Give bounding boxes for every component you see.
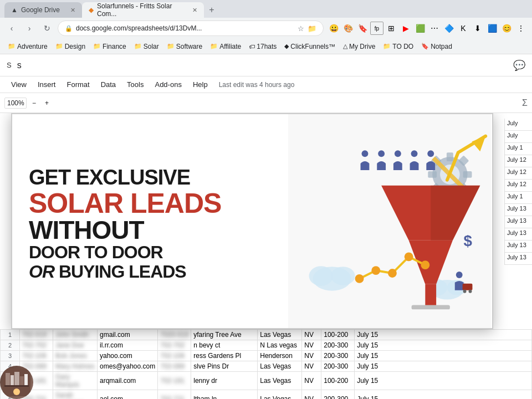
menu-view[interactable]: View [7,78,31,91]
cell-email-2: il.rr.com [98,340,158,351]
menu-addons[interactable]: Add-ons [150,78,186,91]
promo-headline-line4: DOOR TO DOOR [29,243,270,262]
cell-name-3: Bob Jones [53,351,98,361]
menu-bar: View Insert Format Data Tools Add-ons He… [0,76,532,93]
cell-state-4: NV [302,361,321,372]
funnel-svg: $ [287,114,492,328]
fp-icon[interactable]: fp [370,22,383,35]
promo-buying-leads: BUYING LEADS [59,262,186,282]
browser-chrome: ▲ Google Drive ✕ ◆ Solarfunnels - Fritts… [0,0,532,54]
table-row: 6 702-721 Sarah Lyndham aol.com 702-721 … [1,390,532,400]
settings-icon[interactable]: ⋮ [514,22,528,35]
bookmark-clickfunnels[interactable]: ◆ ClickFunnels™ [281,42,339,52]
svg-rect-41 [11,375,14,385]
grid-icon[interactable]: ⊞ [385,22,398,35]
youtube-icon[interactable]: ▶ [399,22,412,35]
table-row: 4 702-089 Mary Holmes omes@yahoo.com 702… [1,361,532,372]
tab-solarfunnels-label: Solarfunnels - Fritts Solar Com... [97,2,189,18]
folder-adventure-icon: 📁 [8,43,16,50]
table-row: 5 702-181 Gary Marquis arqmail.com 702-1… [1,372,532,390]
right-date-1: July [505,119,532,131]
bookmark-software-label: Software [176,43,202,50]
toolbar-zoom-in[interactable]: + [42,98,52,108]
svg-point-36 [388,269,397,278]
zoom-level[interactable]: 100% [4,98,27,109]
bookmark-design[interactable]: 📁 Design [52,42,89,52]
color-swatch-icon[interactable]: 🟩 [413,22,427,35]
cell-city-1: Las Vegas [258,330,302,340]
url-text: docs.google.com/spreadsheets/d/13DvM... [76,24,202,32]
svg-rect-42 [14,372,19,385]
address-bar-row: ‹ › ↻ 🔒 docs.google.com/spreadsheets/d/1… [0,18,532,39]
cell-name: John Smith [53,330,98,340]
new-tab-button[interactable]: + [204,2,219,18]
menu-data[interactable]: Data [96,78,120,91]
cell-date-2: July 15 [355,340,532,351]
menu-addons-label: Add-ons [155,80,181,89]
folder-icon[interactable]: 📁 [308,24,316,33]
menu-help[interactable]: Help [188,78,212,91]
cell-date-5: July 15 [355,372,532,390]
tab-gdrive-label: Google Drive [21,6,60,14]
chat-icon[interactable]: 💬 [513,59,525,71]
toolbar-zoom-out[interactable]: − [29,98,39,108]
cell-city-3: Henderson [258,351,302,361]
bookmark-mydrive[interactable]: △ My Drive [340,42,378,52]
paint-icon[interactable]: 🎨 [341,22,355,35]
spreadsheet-table: 1 702-019 John Smith gmail.com 7020-019 … [0,329,532,399]
tab-gdrive[interactable]: ▲ Google Drive ✕ [4,2,82,18]
profile-avatar[interactable] [0,366,33,399]
sigma-button[interactable]: Σ [522,98,528,108]
smiley2-icon[interactable]: 😊 [500,22,513,35]
bookmark-17hats[interactable]: 🏷 17hats [245,42,280,52]
right-date-12: July 13 [505,253,532,265]
cell-phone2-4: 702-089 [158,361,191,372]
promo-headline-line1: GET EXCLUSIVE [29,166,270,190]
bookmark-todo[interactable]: 📁 TO DO [380,42,417,52]
cell-state-6: NV [302,390,321,400]
puzzle-icon[interactable]: 🟦 [485,22,499,35]
menu-tools-label: Tools [127,80,144,89]
tab-close-icon[interactable]: ✕ [70,7,75,14]
bookmark-solar[interactable]: 📁 Solar [131,42,162,52]
svg-rect-43 [20,376,24,385]
menu-tools[interactable]: Tools [122,78,148,91]
bookmark-software[interactable]: 📁 Software [163,42,206,52]
bookmark-finance[interactable]: 📁 Finance [90,42,130,52]
menu-format[interactable]: Format [62,78,94,91]
svg-point-21 [395,150,401,157]
bookmark-notpad[interactable]: 🔖 Notpad [418,42,456,52]
right-date-5: July 12 [505,167,532,180]
address-bar[interactable]: 🔒 docs.google.com/spreadsheets/d/13DvM..… [58,21,324,36]
cell-name-2: Jane Doe [53,340,98,351]
right-date-4: July 12 [505,155,532,167]
download-icon[interactable]: ⬇ [471,22,484,35]
cell-state-2: NV [302,340,321,351]
menu-insert[interactable]: Insert [33,78,60,91]
spreadsheet-area: GET EXCLUSIVE SOLAR LEADS WITHOUT DOOR T… [0,113,532,399]
bookmark-star-icon[interactable]: ☆ [298,24,304,33]
forward-button[interactable]: › [22,21,37,35]
back-button[interactable]: ‹ [4,21,19,35]
bookmark-affiliate[interactable]: 📁 Affiliate [207,42,244,52]
svg-point-32 [469,290,472,293]
ext-icon[interactable]: 🔷 [442,22,456,35]
reload-button[interactable]: ↻ [40,21,54,35]
emoji-icon[interactable]: 😀 [327,22,340,35]
promo-headline-line5: or BUYING LEADS [29,262,270,282]
bookmark-icon[interactable]: 🔖 [356,22,369,35]
bookmark-adventure[interactable]: 📁 Adventure [4,42,51,52]
bookmark-notpad-label: Notpad [431,43,452,50]
tab-close-icon-2[interactable]: ✕ [192,7,197,14]
more-icon[interactable]: ⋯ [428,22,441,35]
ext2-icon[interactable]: K [457,22,470,35]
menu-format-label: Format [66,80,89,89]
tab-solarfunnels[interactable]: ◆ Solarfunnels - Fritts Solar Com... ✕ [82,2,204,18]
bookmark-solar-label: Solar [144,43,159,50]
mydrive-icon: △ [343,43,347,50]
cell-name-4: Mary Holmes [53,361,98,372]
tab-bar: ▲ Google Drive ✕ ◆ Solarfunnels - Fritts… [0,0,532,18]
cell-email-5: arqmail.com [98,372,158,390]
svg-rect-12 [463,171,472,178]
document-title: s [17,60,22,70]
